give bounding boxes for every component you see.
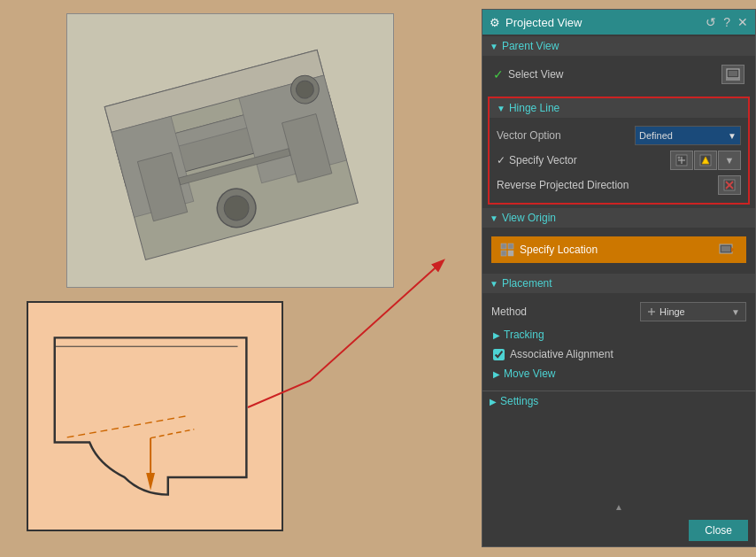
settings-label: Settings (500, 395, 538, 407)
svg-rect-21 (729, 71, 737, 76)
hinge-line-arrow: ▼ (497, 104, 505, 113)
method-arrow: ▼ (731, 307, 740, 317)
select-view-btn[interactable] (721, 65, 744, 84)
settings-arrow: ▶ (490, 397, 497, 406)
select-view-check: ✓ (493, 67, 504, 81)
associative-label: Associative Alignment (510, 348, 613, 360)
placement-body: Method Hinge ▼ ▶ Tracking (482, 293, 755, 389)
specify-location-icon (716, 241, 737, 259)
view-origin-arrow: ▼ (490, 213, 498, 223)
svg-rect-35 (501, 251, 506, 256)
placement-label: Placement (502, 277, 552, 290)
scroll-indicator[interactable]: ▲ (482, 499, 755, 514)
placement-arrow: ▼ (490, 279, 498, 289)
hinge-line-label: Hinge Line (509, 102, 559, 114)
reverse-direction-label: Reverse Projected Direction (497, 179, 629, 191)
vector-option-row: Vector Option Defined ▼ (497, 123, 741, 148)
move-view-arrow: ▶ (493, 369, 500, 379)
method-select[interactable]: Hinge ▼ (640, 302, 746, 321)
panel-header-icons: ↺ ? ✕ (706, 15, 748, 29)
reset-icon[interactable]: ↺ (706, 15, 716, 29)
move-view-label: Move View (504, 367, 555, 380)
tracking-arrow: ▶ (493, 330, 500, 340)
tracking-label: Tracking (504, 329, 544, 341)
svg-rect-34 (508, 244, 513, 249)
vector-option-arrow: ▼ (728, 131, 737, 141)
vector-btn-3[interactable]: ▼ (718, 151, 741, 170)
view-origin-header[interactable]: ▼ View Origin (482, 208, 755, 228)
parent-view-body: ✓ Select View (482, 56, 755, 93)
close-button[interactable]: Close (689, 520, 748, 541)
vector-option-label: Vector Option (497, 129, 561, 142)
view-origin-section: ▼ View Origin Specify Location (482, 208, 755, 272)
vector-option-value: Defined (639, 130, 673, 141)
panel-bottom: Close (482, 514, 755, 546)
svg-point-26 (678, 157, 681, 159)
vector-btns: ▼ (670, 151, 741, 170)
method-row: Method Hinge ▼ (491, 298, 746, 325)
specify-location-label: Specify Location (520, 244, 598, 256)
parent-view-arrow: ▼ (490, 42, 498, 51)
gear-icon: ⚙ (490, 16, 500, 29)
specify-vector-row: ✓ Specify Vector (497, 148, 741, 173)
svg-rect-36 (508, 251, 513, 256)
view-origin-body: Specify Location (482, 228, 755, 272)
parent-view-label: Parent View (502, 40, 559, 52)
viewport-top[interactable] (66, 13, 394, 288)
select-view-label-wrap: ✓ Select View (493, 67, 563, 81)
specify-vector-label-wrap: ✓ Specify Vector (497, 154, 577, 166)
specify-vector-check: ✓ (497, 154, 505, 166)
svg-rect-38 (721, 246, 730, 251)
settings-header[interactable]: ▶ Settings (482, 391, 755, 411)
panel-title: Projected View (505, 16, 582, 29)
settings-section: ▶ Settings (482, 391, 755, 411)
placement-header[interactable]: ▼ Placement (482, 274, 755, 293)
reverse-direction-row: Reverse Projected Direction (497, 173, 741, 197)
specify-location-btn[interactable]: Specify Location (491, 236, 746, 263)
left-area (0, 0, 443, 557)
vector-btn-2[interactable] (694, 151, 717, 170)
vector-btn-1[interactable] (670, 151, 693, 170)
method-label: Method (491, 306, 527, 318)
placement-section: ▼ Placement Method Hinge ▼ (482, 274, 755, 389)
vector-option-select[interactable]: Defined ▼ (635, 126, 741, 145)
help-icon[interactable]: ? (723, 15, 730, 29)
hinge-line-header[interactable]: ▼ Hinge Line (490, 98, 748, 118)
tracking-row[interactable]: ▶ Tracking (491, 325, 746, 344)
right-panel: ⚙ Projected View ↺ ? ✕ ▼ Parent View ✓ S… (482, 9, 756, 547)
hinge-line-section: ▼ Hinge Line Vector Option Defined ▼ ✓ S… (488, 97, 750, 205)
svg-rect-33 (501, 244, 506, 249)
panel-header-left: ⚙ Projected View (490, 16, 582, 29)
associative-alignment-row: Associative Alignment (491, 344, 746, 364)
panel-content: ▼ Parent View ✓ Select View (482, 35, 755, 499)
reverse-direction-btn[interactable] (718, 175, 741, 195)
move-view-row[interactable]: ▶ Move View (491, 364, 746, 383)
view-origin-label: View Origin (502, 212, 556, 224)
close-icon[interactable]: ✕ (737, 15, 748, 29)
viewport-bottom[interactable] (27, 301, 283, 531)
parent-view-section-header[interactable]: ▼ Parent View (482, 36, 755, 56)
panel-header: ⚙ Projected View ↺ ? ✕ (482, 10, 755, 35)
method-value: Hinge (660, 306, 685, 317)
select-view-label: Select View (508, 68, 563, 81)
vector-dropdown-arrow: ▼ (725, 155, 735, 166)
hinge-line-body: Vector Option Defined ▼ ✓ Specify Vector (490, 118, 748, 203)
associative-checkbox[interactable] (493, 349, 505, 360)
specify-vector-label: Specify Vector (509, 154, 577, 166)
select-view-row: ✓ Select View (491, 61, 746, 88)
svg-rect-22 (726, 78, 740, 81)
